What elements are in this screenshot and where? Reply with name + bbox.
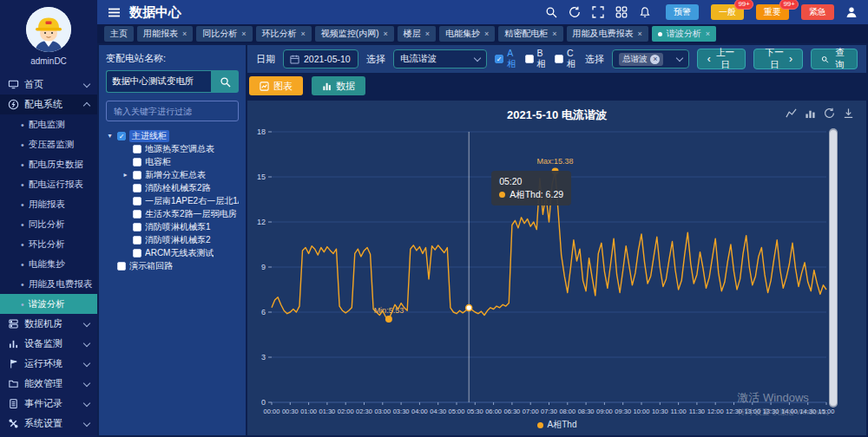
tab-9[interactable]: 谐波分析× <box>652 26 716 42</box>
tab-3[interactable]: 环比分析× <box>256 26 312 42</box>
sidebar-subitem-1-9[interactable]: •谐波分析 <box>0 294 97 314</box>
alert-button-0[interactable]: 预警 <box>666 4 699 20</box>
sidebar-item-0[interactable]: 首页 <box>0 75 97 95</box>
sidebar-subitem-1-7[interactable]: •电能集抄 <box>0 254 97 274</box>
data-view-button[interactable]: 数据 <box>312 76 365 95</box>
tree-node-9[interactable]: ARCM无线表测试 <box>106 246 239 259</box>
tree-caret-icon[interactable]: ▾ <box>106 132 114 140</box>
tab-close-icon[interactable]: × <box>301 29 306 38</box>
bullet-icon: • <box>21 120 24 130</box>
chart-scrollbar[interactable] <box>829 128 838 408</box>
tree-checkbox[interactable] <box>133 210 141 218</box>
tab-close-icon[interactable]: × <box>425 29 430 38</box>
sidebar-subitem-1-4[interactable]: •用能报表 <box>0 194 97 214</box>
avatar[interactable] <box>26 7 71 52</box>
date-picker[interactable]: 2021-05-10 <box>283 49 358 68</box>
tree-node-1[interactable]: 地源热泵空调总表 <box>106 142 239 155</box>
tab-close-icon[interactable]: × <box>484 29 489 38</box>
tab-2[interactable]: 同比分析× <box>196 26 252 42</box>
bell-icon[interactable] <box>639 6 651 18</box>
station-search-button[interactable] <box>211 70 239 93</box>
scrollbar-thumb[interactable] <box>830 130 837 406</box>
sidebar-subitem-1-5[interactable]: •同比分析 <box>0 214 97 234</box>
tab-1[interactable]: 用能报表× <box>137 26 193 42</box>
next-day-button[interactable]: 下一日 › <box>753 49 803 69</box>
tab-close-icon[interactable]: × <box>383 29 387 38</box>
tree-checkbox[interactable] <box>133 145 141 153</box>
station-name-input[interactable] <box>106 70 211 93</box>
sidebar-subitem-1-0[interactable]: •配电监测 <box>0 114 97 134</box>
line-chart-toggle-icon[interactable] <box>786 108 797 119</box>
previous-day-button[interactable]: ‹ 上一日 <box>697 49 746 69</box>
tree-checkbox[interactable] <box>133 184 141 192</box>
sidebar-item-1[interactable]: 配电系统 <box>0 95 97 114</box>
tree-checkbox[interactable] <box>133 197 141 205</box>
sidebar-item-6[interactable]: 事件记录 <box>0 394 97 414</box>
tag-remove-icon[interactable]: × <box>650 55 660 64</box>
tree-node-4[interactable]: 消防栓机械泵2路 <box>106 181 239 194</box>
tab-0[interactable]: 主页 <box>104 26 134 42</box>
harmonics-line-chart[interactable]: 036912151800:0000:3001:0001:3002:0002:30… <box>247 121 866 421</box>
alert-button-1[interactable]: 一般99+ <box>711 4 744 20</box>
sidebar-subitem-1-2[interactable]: •配电历史数据 <box>0 154 97 174</box>
tree-node-10[interactable]: 演示箱回路 <box>106 259 239 272</box>
user-icon[interactable] <box>845 6 858 18</box>
hamburger-menu-icon[interactable] <box>108 7 121 18</box>
tab-close-icon[interactable]: × <box>241 29 246 38</box>
fullscreen-icon[interactable] <box>592 6 604 18</box>
tree-checkbox[interactable] <box>133 171 141 179</box>
sidebar-item-3[interactable]: 设备监测 <box>0 334 97 354</box>
tree-node-0[interactable]: ▾✓主进线柜 <box>106 129 239 142</box>
query-button[interactable]: 查询 <box>811 49 858 69</box>
tab-close-icon[interactable]: × <box>638 29 642 38</box>
alert-button-3[interactable]: 紧急 <box>801 4 834 20</box>
tree-checkbox[interactable]: ✓ <box>117 132 126 140</box>
tab-5[interactable]: 楼层× <box>398 26 436 42</box>
tab-close-icon[interactable]: × <box>182 29 187 38</box>
tree-caret-icon[interactable]: ▸ <box>122 171 129 179</box>
tree-node-7[interactable]: 消防喷淋机械泵1 <box>106 220 239 233</box>
tab-7[interactable]: 精密配电柜× <box>498 26 562 42</box>
tree-checkbox[interactable] <box>117 262 126 271</box>
download-icon[interactable] <box>843 108 854 119</box>
tab-8[interactable]: 用能及电费报表× <box>567 26 648 42</box>
tab-close-icon[interactable]: × <box>706 29 710 38</box>
tree-checkbox[interactable] <box>133 158 141 166</box>
sidebar-item-4[interactable]: 运行环境 <box>0 354 97 374</box>
tree-checkbox[interactable] <box>133 223 141 232</box>
chart-legend[interactable]: A相Thd <box>247 419 866 431</box>
phase-b-checkbox[interactable]: B相 <box>525 48 547 70</box>
tree-node-6[interactable]: 生活水泵2路一层弱电房 <box>106 207 239 220</box>
tree-node-5[interactable]: 一层南1APE2右一层北1APE1左 <box>106 194 239 207</box>
tree-node-3[interactable]: ▸新增分立柜总表 <box>106 168 239 181</box>
grid-apps-icon[interactable] <box>615 6 628 18</box>
svg-text:08:00: 08:00 <box>559 408 575 415</box>
sidebar-subitem-1-1[interactable]: •变压器监测 <box>0 134 97 154</box>
alert-buttons: 预警一般99+重要99+紧急 <box>666 4 834 20</box>
sidebar-item-2[interactable]: 数据机房 <box>0 314 97 334</box>
tree-node-8[interactable]: 消防喷淋机械泵2 <box>106 233 239 246</box>
bar-chart-toggle-icon[interactable] <box>805 108 816 119</box>
search-icon[interactable] <box>545 6 557 18</box>
chart-view-button[interactable]: 图表 <box>249 76 303 95</box>
tree-filter-input[interactable] <box>106 101 239 121</box>
tab-6[interactable]: 电能集抄× <box>439 26 495 42</box>
phase-c-checkbox[interactable]: C相 <box>555 48 577 70</box>
harmonic-order-select[interactable]: 总谐波 × <box>612 49 689 68</box>
harmonic-type-select[interactable]: 电流谐波 <box>393 49 487 68</box>
sidebar-subitem-1-6[interactable]: •环比分析 <box>0 234 97 254</box>
phase-a-checkbox[interactable]: ✓ A相 <box>495 48 516 70</box>
tab-4[interactable]: 视频监控(内网)× <box>315 26 394 42</box>
tab-close-icon[interactable]: × <box>552 29 556 38</box>
sidebar-item-7[interactable]: 系统设置 <box>0 414 97 434</box>
tree-node-2[interactable]: 电容柜 <box>106 155 239 168</box>
tree-checkbox[interactable] <box>133 236 141 245</box>
alert-button-2[interactable]: 重要99+ <box>756 4 789 20</box>
harmonic-type-value: 电流谐波 <box>400 53 437 65</box>
sidebar-subitem-1-8[interactable]: •用能及电费报表 <box>0 274 97 294</box>
sidebar-subitem-1-3[interactable]: •配电运行报表 <box>0 174 97 194</box>
restore-icon[interactable] <box>824 108 835 119</box>
tree-checkbox[interactable] <box>133 249 141 258</box>
refresh-icon[interactable] <box>569 6 581 18</box>
sidebar-item-5[interactable]: 能效管理 <box>0 374 97 394</box>
